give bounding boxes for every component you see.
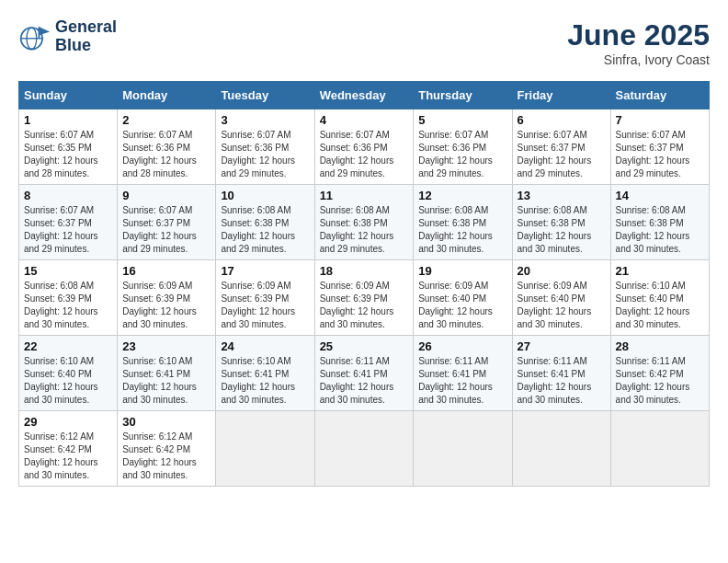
day-number: 3: [221, 113, 309, 127]
calendar-day-cell: 30 Sunrise: 6:12 AMSunset: 6:42 PMDaylig…: [118, 411, 216, 487]
calendar-day-cell: 4 Sunrise: 6:07 AMSunset: 6:36 PMDayligh…: [314, 109, 414, 185]
calendar-day-cell: 25 Sunrise: 6:11 AMSunset: 6:41 PMDaylig…: [314, 336, 414, 411]
calendar-day-cell: 12 Sunrise: 6:08 AMSunset: 6:38 PMDaylig…: [414, 185, 512, 260]
calendar-day-cell: 17 Sunrise: 6:09 AMSunset: 6:39 PMDaylig…: [216, 260, 314, 336]
day-info: Sunrise: 6:10 AMSunset: 6:41 PMDaylight:…: [122, 355, 210, 407]
calendar-day-cell: 16 Sunrise: 6:09 AMSunset: 6:39 PMDaylig…: [118, 260, 216, 336]
day-number: 11: [320, 189, 409, 202]
day-info: Sunrise: 6:07 AMSunset: 6:36 PMDaylight:…: [122, 129, 210, 180]
day-number: 28: [616, 339, 704, 353]
day-info: Sunrise: 6:08 AMSunset: 6:38 PMDaylight:…: [221, 204, 309, 256]
day-number: 6: [518, 113, 606, 127]
weekday-header-friday: Friday: [512, 82, 610, 109]
day-info: Sunrise: 6:11 AMSunset: 6:41 PMDaylight:…: [418, 355, 506, 407]
day-info: Sunrise: 6:11 AMSunset: 6:42 PMDaylight:…: [616, 355, 704, 407]
day-number: 30: [122, 415, 210, 429]
day-number: 19: [418, 264, 506, 278]
day-number: 17: [221, 264, 309, 278]
weekday-header-row: SundayMondayTuesdayWednesdayThursdayFrid…: [19, 82, 710, 109]
day-number: 14: [616, 189, 704, 202]
day-number: 4: [320, 113, 409, 127]
day-number: 10: [221, 189, 309, 202]
weekday-header-sunday: Sunday: [19, 82, 118, 109]
day-info: Sunrise: 6:09 AMSunset: 6:39 PMDaylight:…: [221, 280, 309, 331]
calendar-day-cell: 29 Sunrise: 6:12 AMSunset: 6:42 PMDaylig…: [19, 411, 118, 487]
day-number: 21: [616, 264, 704, 278]
calendar-week-row: 1 Sunrise: 6:07 AMSunset: 6:35 PMDayligh…: [19, 109, 710, 185]
day-number: 23: [122, 339, 210, 353]
day-info: Sunrise: 6:07 AMSunset: 6:37 PMDaylight:…: [24, 204, 112, 256]
day-number: 18: [320, 264, 409, 278]
calendar-day-cell: 6 Sunrise: 6:07 AMSunset: 6:37 PMDayligh…: [512, 109, 610, 185]
calendar-day-cell: [414, 411, 512, 487]
title-block: June 2025 Sinfra, Ivory Coast: [567, 18, 710, 67]
calendar-day-cell: 11 Sunrise: 6:08 AMSunset: 6:38 PMDaylig…: [314, 185, 414, 260]
day-number: 24: [221, 339, 309, 353]
day-info: Sunrise: 6:07 AMSunset: 6:36 PMDaylight:…: [418, 129, 506, 180]
weekday-header-saturday: Saturday: [610, 82, 709, 109]
calendar-day-cell: 15 Sunrise: 6:08 AMSunset: 6:39 PMDaylig…: [19, 260, 118, 336]
day-number: 5: [418, 113, 506, 127]
day-info: Sunrise: 6:08 AMSunset: 6:38 PMDaylight:…: [418, 204, 506, 256]
calendar-day-cell: 13 Sunrise: 6:08 AMSunset: 6:38 PMDaylig…: [512, 185, 610, 260]
day-info: Sunrise: 6:10 AMSunset: 6:40 PMDaylight:…: [616, 280, 704, 331]
calendar-day-cell: 2 Sunrise: 6:07 AMSunset: 6:36 PMDayligh…: [118, 109, 216, 185]
day-info: Sunrise: 6:09 AMSunset: 6:40 PMDaylight:…: [418, 280, 506, 331]
calendar-day-cell: [512, 411, 610, 487]
weekday-header-wednesday: Wednesday: [314, 82, 414, 109]
day-info: Sunrise: 6:07 AMSunset: 6:37 PMDaylight:…: [122, 204, 210, 256]
calendar-day-cell: 18 Sunrise: 6:09 AMSunset: 6:39 PMDaylig…: [314, 260, 414, 336]
calendar-day-cell: 21 Sunrise: 6:10 AMSunset: 6:40 PMDaylig…: [610, 260, 709, 336]
day-number: 12: [418, 189, 506, 202]
day-number: 29: [24, 415, 112, 429]
day-info: Sunrise: 6:08 AMSunset: 6:38 PMDaylight:…: [320, 204, 409, 256]
day-number: 22: [24, 339, 112, 353]
day-number: 9: [122, 189, 210, 202]
logo-icon: [18, 20, 51, 53]
calendar-week-row: 15 Sunrise: 6:08 AMSunset: 6:39 PMDaylig…: [19, 260, 710, 336]
calendar-day-cell: 7 Sunrise: 6:07 AMSunset: 6:37 PMDayligh…: [610, 109, 709, 185]
day-number: 20: [518, 264, 606, 278]
day-number: 1: [24, 113, 112, 127]
day-number: 2: [122, 113, 210, 127]
calendar-day-cell: 8 Sunrise: 6:07 AMSunset: 6:37 PMDayligh…: [19, 185, 118, 260]
calendar-day-cell: 14 Sunrise: 6:08 AMSunset: 6:38 PMDaylig…: [610, 185, 709, 260]
calendar-day-cell: 9 Sunrise: 6:07 AMSunset: 6:37 PMDayligh…: [118, 185, 216, 260]
calendar-table: SundayMondayTuesdayWednesdayThursdayFrid…: [18, 81, 710, 487]
day-info: Sunrise: 6:07 AMSunset: 6:36 PMDaylight:…: [320, 129, 409, 180]
weekday-header-monday: Monday: [118, 82, 216, 109]
day-info: Sunrise: 6:10 AMSunset: 6:40 PMDaylight:…: [24, 355, 112, 407]
logo: General Blue: [18, 18, 117, 55]
day-number: 25: [320, 339, 409, 353]
day-info: Sunrise: 6:12 AMSunset: 6:42 PMDaylight:…: [24, 431, 112, 482]
month-title: June 2025: [567, 18, 710, 52]
day-info: Sunrise: 6:09 AMSunset: 6:39 PMDaylight:…: [122, 280, 210, 331]
day-number: 27: [518, 339, 606, 353]
day-info: Sunrise: 6:07 AMSunset: 6:37 PMDaylight:…: [616, 129, 704, 180]
calendar-day-cell: [216, 411, 314, 487]
day-info: Sunrise: 6:08 AMSunset: 6:39 PMDaylight:…: [24, 280, 112, 331]
calendar-day-cell: 5 Sunrise: 6:07 AMSunset: 6:36 PMDayligh…: [414, 109, 512, 185]
day-number: 15: [24, 264, 112, 278]
calendar-day-cell: 20 Sunrise: 6:09 AMSunset: 6:40 PMDaylig…: [512, 260, 610, 336]
page-header: General Blue June 2025 Sinfra, Ivory Coa…: [18, 18, 710, 67]
day-info: Sunrise: 6:07 AMSunset: 6:35 PMDaylight:…: [24, 129, 112, 180]
calendar-day-cell: 24 Sunrise: 6:10 AMSunset: 6:41 PMDaylig…: [216, 336, 314, 411]
weekday-header-thursday: Thursday: [414, 82, 512, 109]
calendar-day-cell: 10 Sunrise: 6:08 AMSunset: 6:38 PMDaylig…: [216, 185, 314, 260]
day-info: Sunrise: 6:09 AMSunset: 6:39 PMDaylight:…: [320, 280, 409, 331]
logo-text: General Blue: [55, 18, 117, 55]
calendar-day-cell: [610, 411, 709, 487]
calendar-day-cell: 1 Sunrise: 6:07 AMSunset: 6:35 PMDayligh…: [19, 109, 118, 185]
calendar-day-cell: 23 Sunrise: 6:10 AMSunset: 6:41 PMDaylig…: [118, 336, 216, 411]
calendar-day-cell: 3 Sunrise: 6:07 AMSunset: 6:36 PMDayligh…: [216, 109, 314, 185]
day-info: Sunrise: 6:07 AMSunset: 6:37 PMDaylight:…: [518, 129, 606, 180]
location-subtitle: Sinfra, Ivory Coast: [567, 52, 710, 67]
day-info: Sunrise: 6:08 AMSunset: 6:38 PMDaylight:…: [518, 204, 606, 256]
day-number: 7: [616, 113, 704, 127]
calendar-week-row: 29 Sunrise: 6:12 AMSunset: 6:42 PMDaylig…: [19, 411, 710, 487]
day-number: 16: [122, 264, 210, 278]
calendar-day-cell: 19 Sunrise: 6:09 AMSunset: 6:40 PMDaylig…: [414, 260, 512, 336]
day-info: Sunrise: 6:07 AMSunset: 6:36 PMDaylight:…: [221, 129, 309, 180]
calendar-week-row: 22 Sunrise: 6:10 AMSunset: 6:40 PMDaylig…: [19, 336, 710, 411]
